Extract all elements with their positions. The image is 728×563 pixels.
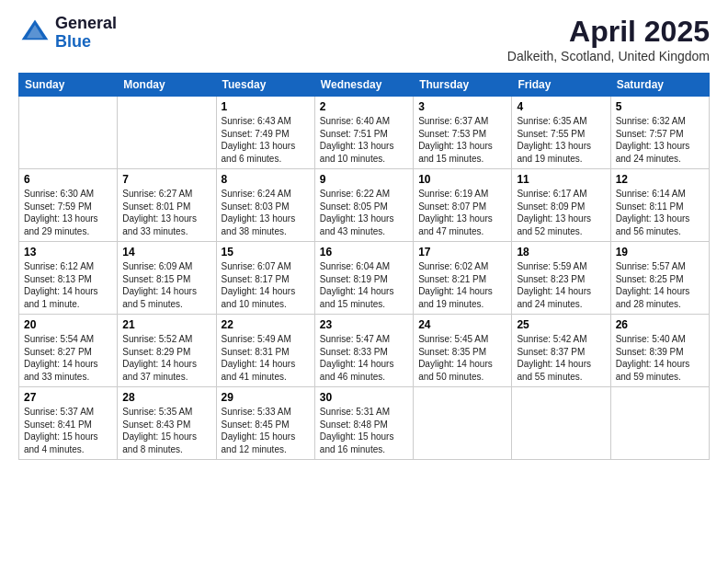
day-number: 2 — [320, 100, 408, 113]
day-number: 14 — [122, 246, 210, 259]
day-number: 17 — [418, 246, 506, 259]
day-info: Sunrise: 6:37 AM Sunset: 7:53 PM Dayligh… — [418, 115, 506, 165]
day-number: 18 — [517, 246, 605, 259]
day-number: 15 — [222, 246, 310, 259]
day-number: 26 — [616, 318, 704, 331]
day-info: Sunrise: 5:47 AM Sunset: 8:33 PM Dayligh… — [320, 333, 408, 383]
day-info: Sunrise: 5:37 AM Sunset: 8:41 PM Dayligh… — [24, 406, 112, 455]
title-block: April 2025 Dalkeith, Scotland, United Ki… — [507, 15, 710, 63]
calendar-cell-4-3: 22Sunrise: 5:49 AM Sunset: 8:31 PM Dayli… — [216, 315, 314, 387]
calendar-header-tuesday: Tuesday — [216, 74, 314, 97]
day-number: 13 — [24, 246, 112, 259]
day-number: 4 — [517, 100, 605, 113]
calendar-week-2: 6Sunrise: 6:30 AM Sunset: 7:59 PM Daylig… — [19, 169, 710, 242]
calendar-cell-2-6: 11Sunrise: 6:17 AM Sunset: 8:09 PM Dayli… — [512, 169, 610, 242]
calendar-cell-3-7: 19Sunrise: 5:57 AM Sunset: 8:25 PM Dayli… — [610, 242, 709, 315]
day-info: Sunrise: 6:19 AM Sunset: 8:07 PM Dayligh… — [418, 188, 506, 237]
day-number: 29 — [222, 391, 310, 404]
calendar-cell-5-4: 30Sunrise: 5:31 AM Sunset: 8:48 PM Dayli… — [314, 387, 413, 460]
day-info: Sunrise: 5:59 AM Sunset: 8:23 PM Dayligh… — [517, 260, 605, 310]
calendar-cell-3-3: 15Sunrise: 6:07 AM Sunset: 8:17 PM Dayli… — [216, 242, 314, 315]
calendar-cell-4-7: 26Sunrise: 5:40 AM Sunset: 8:39 PM Dayli… — [610, 315, 709, 387]
day-info: Sunrise: 5:49 AM Sunset: 8:31 PM Dayligh… — [222, 333, 310, 383]
day-info: Sunrise: 6:27 AM Sunset: 8:01 PM Dayligh… — [122, 188, 210, 237]
day-info: Sunrise: 6:09 AM Sunset: 8:15 PM Dayligh… — [122, 260, 210, 310]
calendar-header-thursday: Thursday — [414, 74, 512, 97]
day-number: 1 — [222, 100, 310, 113]
day-info: Sunrise: 5:40 AM Sunset: 8:39 PM Dayligh… — [616, 333, 704, 383]
day-info: Sunrise: 5:35 AM Sunset: 8:43 PM Dayligh… — [122, 406, 210, 455]
calendar-cell-3-6: 18Sunrise: 5:59 AM Sunset: 8:23 PM Dayli… — [512, 242, 610, 315]
day-number: 6 — [24, 173, 112, 186]
day-number: 21 — [122, 318, 210, 331]
day-info: Sunrise: 6:12 AM Sunset: 8:13 PM Dayligh… — [24, 260, 112, 310]
day-number: 28 — [122, 391, 210, 404]
calendar-cell-2-2: 7Sunrise: 6:27 AM Sunset: 8:01 PM Daylig… — [118, 169, 216, 242]
calendar-cell-2-7: 12Sunrise: 6:14 AM Sunset: 8:11 PM Dayli… — [610, 169, 709, 242]
calendar-cell-5-7 — [610, 387, 709, 460]
day-info: Sunrise: 6:32 AM Sunset: 7:57 PM Dayligh… — [616, 115, 704, 165]
day-number: 22 — [222, 318, 310, 331]
month-title: April 2025 — [507, 15, 710, 49]
day-number: 16 — [320, 246, 408, 259]
calendar-cell-5-1: 27Sunrise: 5:37 AM Sunset: 8:41 PM Dayli… — [19, 387, 118, 460]
day-number: 9 — [320, 173, 408, 186]
day-number: 5 — [616, 100, 704, 113]
day-info: Sunrise: 6:22 AM Sunset: 8:05 PM Dayligh… — [320, 188, 408, 237]
calendar-cell-3-4: 16Sunrise: 6:04 AM Sunset: 8:19 PM Dayli… — [314, 242, 413, 315]
day-number: 23 — [320, 318, 408, 331]
calendar-cell-3-1: 13Sunrise: 6:12 AM Sunset: 8:13 PM Dayli… — [19, 242, 118, 315]
day-info: Sunrise: 5:33 AM Sunset: 8:45 PM Dayligh… — [222, 406, 310, 455]
calendar-header-row: SundayMondayTuesdayWednesdayThursdayFrid… — [19, 74, 710, 97]
day-number: 20 — [24, 318, 112, 331]
calendar-cell-4-4: 23Sunrise: 5:47 AM Sunset: 8:33 PM Dayli… — [314, 315, 413, 387]
day-info: Sunrise: 5:45 AM Sunset: 8:35 PM Dayligh… — [418, 333, 506, 383]
day-number: 7 — [122, 173, 210, 186]
calendar-cell-1-6: 4Sunrise: 6:35 AM Sunset: 7:55 PM Daylig… — [512, 97, 610, 169]
calendar-cell-1-1 — [19, 97, 118, 169]
day-info: Sunrise: 6:30 AM Sunset: 7:59 PM Dayligh… — [24, 188, 112, 237]
day-number: 10 — [418, 173, 506, 186]
day-number: 24 — [418, 318, 506, 331]
calendar-cell-4-1: 20Sunrise: 5:54 AM Sunset: 8:27 PM Dayli… — [19, 315, 118, 387]
day-info: Sunrise: 6:14 AM Sunset: 8:11 PM Dayligh… — [616, 188, 704, 237]
calendar-week-5: 27Sunrise: 5:37 AM Sunset: 8:41 PM Dayli… — [19, 387, 710, 460]
logo: General Blue — [18, 15, 117, 52]
page: General Blue April 2025 Dalkeith, Scotla… — [0, 0, 728, 563]
day-info: Sunrise: 6:24 AM Sunset: 8:03 PM Dayligh… — [222, 188, 310, 237]
calendar-cell-1-4: 2Sunrise: 6:40 AM Sunset: 7:51 PM Daylig… — [314, 97, 413, 169]
calendar-cell-5-2: 28Sunrise: 5:35 AM Sunset: 8:43 PM Dayli… — [118, 387, 216, 460]
calendar-table: SundayMondayTuesdayWednesdayThursdayFrid… — [18, 73, 710, 460]
calendar-header-monday: Monday — [118, 74, 216, 97]
day-info: Sunrise: 6:02 AM Sunset: 8:21 PM Dayligh… — [418, 260, 506, 310]
calendar-cell-2-3: 8Sunrise: 6:24 AM Sunset: 8:03 PM Daylig… — [216, 169, 314, 242]
day-info: Sunrise: 6:43 AM Sunset: 7:49 PM Dayligh… — [222, 115, 310, 165]
day-info: Sunrise: 6:04 AM Sunset: 8:19 PM Dayligh… — [320, 260, 408, 310]
calendar-cell-2-1: 6Sunrise: 6:30 AM Sunset: 7:59 PM Daylig… — [19, 169, 118, 242]
day-info: Sunrise: 5:42 AM Sunset: 8:37 PM Dayligh… — [517, 333, 605, 383]
day-info: Sunrise: 5:54 AM Sunset: 8:27 PM Dayligh… — [24, 333, 112, 383]
calendar-cell-5-3: 29Sunrise: 5:33 AM Sunset: 8:45 PM Dayli… — [216, 387, 314, 460]
calendar-cell-4-6: 25Sunrise: 5:42 AM Sunset: 8:37 PM Dayli… — [512, 315, 610, 387]
header: General Blue April 2025 Dalkeith, Scotla… — [18, 15, 710, 63]
calendar-cell-1-5: 3Sunrise: 6:37 AM Sunset: 7:53 PM Daylig… — [414, 97, 512, 169]
logo-text: General Blue — [55, 15, 117, 52]
day-info: Sunrise: 6:17 AM Sunset: 8:09 PM Dayligh… — [517, 188, 605, 237]
day-number: 3 — [418, 100, 506, 113]
day-info: Sunrise: 5:57 AM Sunset: 8:25 PM Dayligh… — [616, 260, 704, 310]
day-number: 11 — [517, 173, 605, 186]
calendar-week-1: 1Sunrise: 6:43 AM Sunset: 7:49 PM Daylig… — [19, 97, 710, 169]
calendar-cell-1-7: 5Sunrise: 6:32 AM Sunset: 7:57 PM Daylig… — [610, 97, 709, 169]
day-number: 27 — [24, 391, 112, 404]
calendar-cell-5-6 — [512, 387, 610, 460]
calendar-header-saturday: Saturday — [610, 74, 709, 97]
day-info: Sunrise: 6:07 AM Sunset: 8:17 PM Dayligh… — [222, 260, 310, 310]
calendar-cell-4-5: 24Sunrise: 5:45 AM Sunset: 8:35 PM Dayli… — [414, 315, 512, 387]
calendar-week-4: 20Sunrise: 5:54 AM Sunset: 8:27 PM Dayli… — [19, 315, 710, 387]
day-number: 30 — [320, 391, 408, 404]
calendar-cell-1-2 — [118, 97, 216, 169]
calendar-cell-5-5 — [414, 387, 512, 460]
calendar-cell-2-5: 10Sunrise: 6:19 AM Sunset: 8:07 PM Dayli… — [414, 169, 512, 242]
calendar-cell-2-4: 9Sunrise: 6:22 AM Sunset: 8:05 PM Daylig… — [314, 169, 413, 242]
day-info: Sunrise: 6:40 AM Sunset: 7:51 PM Dayligh… — [320, 115, 408, 165]
